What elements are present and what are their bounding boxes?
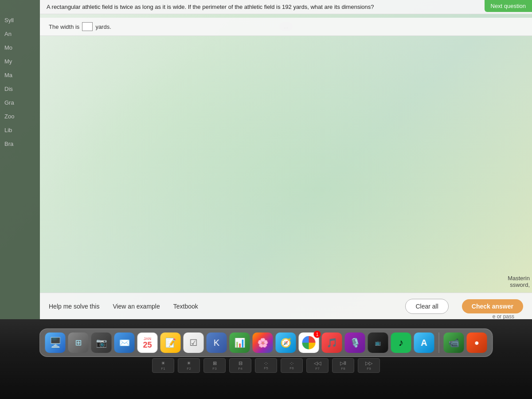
- mastering-line-1: Masterin: [508, 275, 530, 282]
- mastering-text: Masterin ssword,: [508, 275, 532, 288]
- dock-appletv[interactable]: 📺: [368, 332, 388, 353]
- f9-label: F9: [367, 367, 371, 371]
- question-text: A rectangular athletic field is twice as…: [47, 4, 525, 10]
- sidebar-item-an[interactable]: An: [0, 27, 40, 41]
- dock-keynote[interactable]: K: [207, 332, 227, 353]
- answer-label: The width is yards.: [49, 22, 523, 31]
- dock-red-dot-app[interactable]: ●: [467, 332, 487, 353]
- key-f2[interactable]: ☀ F2: [178, 358, 200, 373]
- chrome-badge: 1: [314, 331, 321, 338]
- width-input[interactable]: [82, 22, 93, 31]
- dock-safari[interactable]: 🧭: [276, 332, 296, 353]
- or-pass-text: e or pass: [493, 313, 514, 320]
- sidebar-item-ma[interactable]: Ma: [0, 68, 40, 82]
- sidebar-item-gra[interactable]: Gra: [0, 96, 40, 110]
- key-f1[interactable]: ☀ F1: [152, 358, 174, 373]
- help-me-solve-link[interactable]: Help me solve this: [49, 303, 99, 310]
- dock-appstore[interactable]: A: [414, 332, 434, 353]
- dock-podcasts[interactable]: 🎙️: [345, 332, 365, 353]
- check-answer-button[interactable]: Check answer: [462, 299, 523, 313]
- sidebar-item-my[interactable]: My: [0, 55, 40, 68]
- dock-photos[interactable]: 🌸: [253, 332, 273, 353]
- f3-label: F3: [212, 367, 216, 371]
- mastering-line-2: ssword,: [508, 282, 530, 288]
- f2-symbol: ☀: [181, 360, 197, 366]
- view-example-link[interactable]: View an example: [113, 303, 160, 310]
- action-bar: Help me solve this View an example Textb…: [40, 293, 532, 319]
- f7-symbol: ◁◁: [309, 360, 325, 366]
- f5-symbol: ·:·: [258, 360, 274, 366]
- dock-spotify[interactable]: ♪: [391, 332, 411, 353]
- f2-label: F2: [187, 367, 191, 371]
- key-f9[interactable]: ▷▷ F9: [358, 358, 380, 373]
- key-f5[interactable]: ·:· F5: [255, 358, 277, 373]
- screen: Syll An Mo My Ma Dis Gra Zoo Lib Bra A r…: [0, 0, 532, 319]
- dock-calendar[interactable]: JAN 25: [137, 332, 158, 353]
- dock-launchpad[interactable]: ⊞: [68, 332, 89, 353]
- dock-notes[interactable]: 📝: [160, 332, 181, 353]
- key-f6[interactable]: ·:· F6: [281, 358, 303, 373]
- answer-prefix: The width is: [49, 23, 79, 30]
- top-bar: A rectangular athletic field is twice as…: [40, 0, 532, 14]
- f4-symbol: ⊟: [232, 360, 248, 366]
- f1-symbol: ☀: [155, 360, 171, 366]
- dock-facetime[interactable]: 📹: [444, 332, 464, 353]
- f8-label: F8: [341, 367, 345, 371]
- sidebar-item-zoo[interactable]: Zoo: [0, 110, 40, 123]
- f6-symbol: ·:·: [284, 360, 300, 366]
- dock-music[interactable]: 🎵: [322, 332, 342, 353]
- dock-camera[interactable]: 📷: [91, 332, 112, 353]
- sidebar-item-syll[interactable]: Syll: [0, 13, 40, 27]
- f7-label: F7: [315, 367, 319, 371]
- f5-label: F5: [264, 366, 268, 370]
- f8-symbol: ▷II: [335, 360, 351, 366]
- f9-symbol: ▷▷: [361, 360, 377, 366]
- dock-numbers[interactable]: 📊: [230, 332, 250, 353]
- answer-area: The width is yards.: [40, 18, 532, 36]
- appletv-label: 📺: [375, 340, 381, 346]
- textbook-link[interactable]: Textbook: [173, 303, 198, 310]
- chrome-icon: [302, 336, 316, 349]
- sidebar-item-mo[interactable]: Mo: [0, 41, 40, 55]
- clear-all-button[interactable]: Clear all: [405, 299, 448, 314]
- f4-label: F4: [238, 367, 242, 371]
- sidebar-item-dis[interactable]: Dis: [0, 82, 40, 96]
- dock-separator: [439, 332, 439, 353]
- key-f7[interactable]: ◁◁ F7: [306, 358, 329, 373]
- function-key-row: ☀ F1 ☀ F2 ⊞ F3 ⊟ F4 ·:· F5 ·:· F6 ◁◁ F7 …: [152, 358, 380, 373]
- next-question-button[interactable]: Next question: [485, 0, 532, 12]
- dock-chrome[interactable]: 1: [299, 332, 319, 353]
- sidebar-item-lib[interactable]: Lib: [0, 123, 40, 137]
- dock-finder[interactable]: 🖥️: [45, 332, 66, 353]
- dock-reminders[interactable]: ☑: [184, 332, 204, 353]
- dock-mail[interactable]: ✉️: [114, 332, 135, 353]
- sidebar-item-bra[interactable]: Bra: [0, 137, 40, 151]
- f1-label: F1: [161, 367, 165, 371]
- key-f8[interactable]: ▷II F8: [332, 358, 354, 373]
- key-f4[interactable]: ⊟ F4: [229, 358, 251, 373]
- key-f3[interactable]: ⊞ F3: [203, 358, 226, 373]
- dock-calendar-date: 25: [143, 341, 152, 349]
- f3-symbol: ⊞: [207, 360, 223, 366]
- answer-suffix: yards.: [95, 23, 111, 30]
- main-content: A rectangular athletic field is twice as…: [40, 0, 532, 319]
- sidebar: Syll An Mo My Ma Dis Gra Zoo Lib Bra: [0, 0, 40, 319]
- f6-label: F6: [289, 366, 293, 370]
- dock: 🖥️ ⊞ 📷 ✉️ JAN 25 📝 ☑ K 📊 🌸 🧭 1 �: [39, 329, 493, 357]
